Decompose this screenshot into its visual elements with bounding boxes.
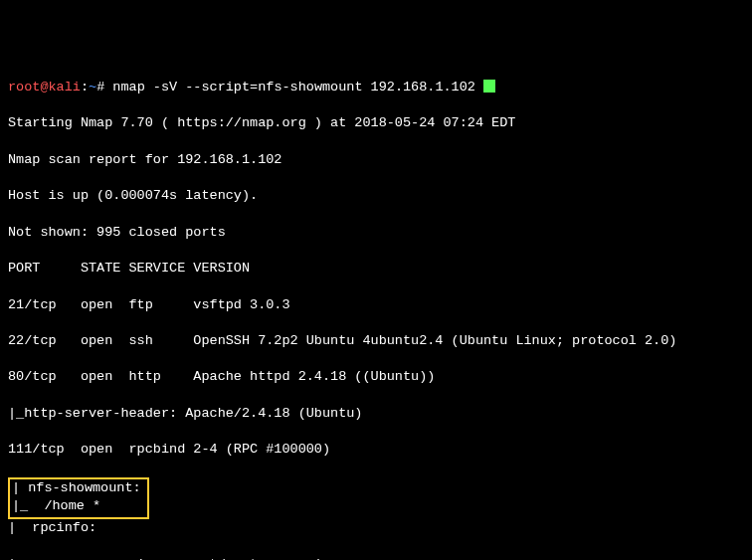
- prompt-colon: :: [81, 80, 89, 94]
- command-text: nmap -sV --script=nfs-showmount 192.168.…: [104, 80, 475, 94]
- output-line: 21/tcp open ftp vsftpd 3.0.3: [8, 296, 744, 314]
- output-line: Host is up (0.000074s latency).: [8, 187, 744, 205]
- output-line: | rpcinfo:: [8, 519, 744, 537]
- output-line: | program version port/proto service: [8, 556, 744, 560]
- prompt-line[interactable]: root@kali:~# nmap -sV --script=nfs-showm…: [8, 79, 744, 96]
- output-line: |_ /home *: [12, 498, 100, 513]
- prompt-path: ~: [89, 80, 96, 94]
- cursor-icon: [483, 80, 495, 93]
- output-line: 22/tcp open ssh OpenSSH 7.2p2 Ubuntu 4ub…: [8, 332, 744, 350]
- output-line: PORT STATE SERVICE VERSION: [8, 260, 744, 278]
- output-line: Starting Nmap 7.70 ( https://nmap.org ) …: [8, 114, 744, 132]
- output-line: | nfs-showmount:: [12, 479, 141, 497]
- output-line: 80/tcp open http Apache httpd 2.4.18 ((U…: [8, 368, 744, 386]
- output-line: Not shown: 995 closed ports: [8, 224, 744, 242]
- prompt-at: @: [40, 80, 48, 94]
- output-line: Nmap scan report for 192.168.1.102: [8, 151, 744, 169]
- nfs-showmount-highlight: | nfs-showmount:|_ /home *: [8, 477, 149, 519]
- output-line: 111/tcp open rpcbind 2-4 (RPC #100000): [8, 441, 744, 459]
- prompt-user: root: [8, 80, 40, 94]
- output-line: |_http-server-header: Apache/2.4.18 (Ubu…: [8, 405, 744, 423]
- prompt-host: kali: [49, 80, 81, 94]
